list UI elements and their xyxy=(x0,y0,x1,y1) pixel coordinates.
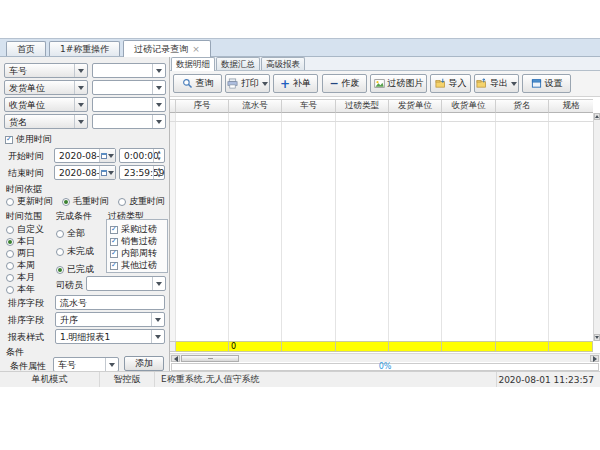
add-condition-button[interactable]: 添加 xyxy=(124,356,164,371)
chevron-down-icon xyxy=(152,98,165,111)
filter-value-combo-shipper[interactable] xyxy=(92,80,166,95)
sort-field-input[interactable]: 流水号 xyxy=(55,295,165,310)
start-date-field[interactable]: 2020-08-01 xyxy=(54,148,116,163)
column-header-vehicle[interactable]: 车号 xyxy=(282,99,336,113)
radio-update-time[interactable]: 更新时间 xyxy=(6,195,53,208)
chevron-down-icon xyxy=(152,81,165,94)
radio-gross-time[interactable]: 毛重时间 xyxy=(62,195,109,208)
column-header-spec[interactable]: 规格 xyxy=(549,99,593,113)
column-header-flow-number[interactable]: 流水号 xyxy=(229,99,282,113)
condition-attr-combo[interactable]: 车号 xyxy=(53,357,119,371)
export-button[interactable]: 导出 xyxy=(474,74,519,93)
end-date-field[interactable]: 2020-08-01 xyxy=(54,165,116,180)
tab-label: 高级报表 xyxy=(266,59,300,69)
checkbox-other-weigh[interactable]: ✓ 其他过磅 xyxy=(110,259,157,272)
vertical-scrollbar[interactable] xyxy=(593,113,600,341)
radio-icon xyxy=(6,250,14,258)
scrollbar-thumb[interactable] xyxy=(181,355,239,362)
filter-field-label: 收货单位 xyxy=(9,99,45,111)
time-spinner[interactable]: ▲▼ xyxy=(153,166,164,179)
chevron-down-icon xyxy=(74,115,87,128)
radio-all[interactable]: 全部 xyxy=(56,227,85,240)
weigh-photo-button-label: 过磅图片 xyxy=(388,77,424,90)
void-order-button[interactable]: − 作废 xyxy=(322,74,367,93)
chevron-down-icon xyxy=(151,313,164,326)
summary-count-cell: 0 xyxy=(229,341,282,352)
radio-unfinished[interactable]: 未完成 xyxy=(56,245,94,258)
grid-toolbar: 查询 打印 + 补单 − 作废 过磅图片 xyxy=(170,71,600,97)
grid-body[interactable] xyxy=(170,113,600,341)
report-style-combo[interactable]: 1.明细报表1 xyxy=(55,329,165,344)
print-button[interactable]: 打印 xyxy=(225,74,270,93)
checkbox-label: 其他过磅 xyxy=(121,259,157,272)
sort-order-combo[interactable]: 升序 xyxy=(55,312,165,327)
tab-home-label: 首页 xyxy=(17,42,35,56)
horizontal-scrollbar[interactable] xyxy=(170,353,600,362)
filter-field-dropdown-vehicle[interactable]: 车号 xyxy=(4,63,88,78)
weigh-photo-button[interactable]: 过磅图片 xyxy=(370,74,427,93)
filter-field-dropdown-receiver[interactable]: 收货单位 xyxy=(4,97,88,112)
tab-home[interactable]: 首页 xyxy=(6,41,46,56)
plus-icon: + xyxy=(280,78,290,90)
condition-attr-value: 车号 xyxy=(58,359,76,371)
summary-row: 0 xyxy=(170,341,600,352)
column-header-weigh-type[interactable]: 过磅类型 xyxy=(336,99,389,113)
radio-tare-time[interactable]: 皮重时间 xyxy=(118,195,165,208)
scroll-up-button[interactable] xyxy=(594,113,600,120)
close-icon[interactable]: × xyxy=(192,45,200,54)
column-header-goods[interactable]: 货名 xyxy=(496,99,549,113)
filter-value-combo-receiver[interactable] xyxy=(92,97,166,112)
column-header-receiver[interactable]: 收货单位 xyxy=(442,99,496,113)
chevron-down-icon xyxy=(152,277,165,290)
calendar-icon[interactable] xyxy=(99,149,115,162)
start-time-label: 开始时间 xyxy=(8,150,44,163)
minus-icon: − xyxy=(329,78,338,89)
chevron-down-icon xyxy=(151,330,164,343)
column-header-serial[interactable]: 序号 xyxy=(176,99,229,113)
chevron-down-icon xyxy=(74,64,87,77)
query-button[interactable]: 查询 xyxy=(173,74,222,93)
radio-label: 本年 xyxy=(17,283,35,296)
summary-cell xyxy=(496,341,549,352)
scroll-right-button[interactable] xyxy=(590,355,599,362)
supplement-order-button[interactable]: + 补单 xyxy=(273,74,318,93)
tab-weigh-record-query[interactable]: 过磅记录查询 × xyxy=(123,40,211,57)
radio-label: 全部 xyxy=(67,227,85,240)
radio-icon xyxy=(118,198,126,206)
grid-header: 序号 流水号 车号 过磅类型 发货单位 收货单位 货名 规格 xyxy=(170,99,600,113)
settings-button[interactable]: 设置 xyxy=(522,74,571,93)
tab-data-detail[interactable]: 数据明细 xyxy=(171,57,215,71)
import-button[interactable]: 导入 xyxy=(430,74,471,93)
time-range-label: 时间范围 xyxy=(6,210,42,223)
calendar-icon[interactable] xyxy=(99,166,115,179)
import-button-label: 导入 xyxy=(449,77,467,90)
radio-selected-icon xyxy=(6,238,14,246)
import-icon xyxy=(435,78,446,89)
radio-finished[interactable]: 已完成 xyxy=(56,263,94,276)
sort-order-value: 升序 xyxy=(60,314,78,326)
tab-advanced-report[interactable]: 高级报表 xyxy=(261,57,305,70)
radio-icon xyxy=(6,286,14,294)
status-datetime: 2020-08-01 11:23:57 xyxy=(497,372,600,387)
summary-cell xyxy=(389,341,442,352)
scroll-down-button[interactable] xyxy=(594,334,600,341)
tab-data-summary[interactable]: 数据汇总 xyxy=(216,57,260,70)
start-time-field[interactable]: 0:00:00 ▲▼ xyxy=(119,148,165,163)
tab-weigh-operate[interactable]: 1#称重操作 xyxy=(49,41,120,56)
radio-this-year[interactable]: 本年 xyxy=(6,283,35,296)
checkbox-icon: ✓ xyxy=(110,226,118,234)
supplement-button-label: 补单 xyxy=(293,77,311,90)
filter-field-dropdown-goods[interactable]: 货名 xyxy=(4,114,88,129)
filter-field-dropdown-shipper[interactable]: 发货单位 xyxy=(4,80,88,95)
time-spinner[interactable]: ▲▼ xyxy=(153,149,164,162)
end-time-field[interactable]: 23:59:59 ▲▼ xyxy=(119,165,165,180)
filter-value-combo-vehicle[interactable] xyxy=(92,63,166,78)
column-header-shipper[interactable]: 发货单位 xyxy=(389,99,442,113)
operator-combo[interactable] xyxy=(86,276,166,291)
check-icon: ✓ xyxy=(6,136,12,143)
use-time-checkbox[interactable]: ✓ 使用时间 xyxy=(5,133,52,146)
checkbox-icon: ✓ xyxy=(110,238,118,246)
filter-value-combo-goods[interactable] xyxy=(92,114,166,129)
filter-sidebar: 车号 发货单位 收货单位 货名 ✓ 使用时间 xyxy=(0,57,170,371)
scroll-left-button[interactable] xyxy=(171,355,180,362)
